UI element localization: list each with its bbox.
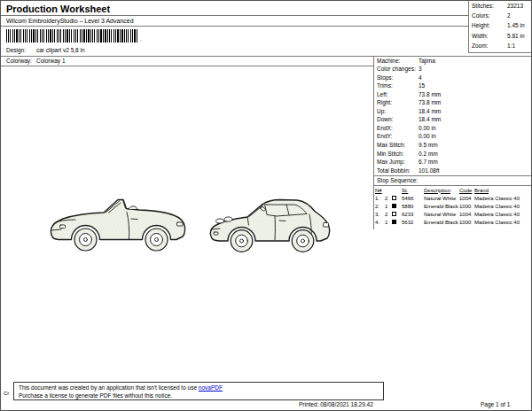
info-label: Down:: [377, 116, 419, 122]
barcode-mark: ,: [140, 36, 142, 42]
stitch-count: 6233: [402, 212, 424, 217]
info-value: 73.8 mm: [419, 91, 441, 97]
machine-info-row: Total Bobbin:101.08ft: [377, 167, 529, 176]
divider: [468, 1, 469, 52]
stop-sequence-row: 3. 2 6233 Natural White 1004 Madeira Cla…: [375, 210, 531, 218]
machine-info-row: Down:18.4 mm: [377, 116, 529, 125]
thread-description: Natural White: [424, 196, 459, 201]
summary-label: Colors:: [472, 12, 507, 19]
machine-info-row: Up:18.4 mm: [377, 108, 529, 117]
summary-value: 1.45 in: [507, 22, 525, 28]
truncated-footer-text: Cr: [4, 391, 9, 396]
summary-value: 23213: [507, 3, 523, 9]
machine-info-row: Trims:15: [377, 82, 529, 91]
info-label: Max Jump:: [377, 159, 419, 165]
info-label: Max Stitch:: [377, 142, 419, 148]
machine-info-row: Right:73.8 mm: [377, 99, 529, 108]
summary-row-stitches: Stitches: 23213: [472, 3, 532, 12]
summary-value: 1:1: [507, 43, 515, 49]
stop-number: 4.: [375, 220, 385, 225]
thread-swatch: [392, 196, 396, 200]
divider: [373, 56, 374, 229]
thread-swatch: [392, 220, 396, 224]
machine-info-row: Left:73.8 mm: [377, 91, 529, 100]
info-label: Left:: [377, 91, 419, 97]
notice-line-1: This document was created by an applicat…: [19, 384, 383, 392]
novapdf-notice-box: This document was created by an applicat…: [13, 382, 384, 400]
page-title: Production Worksheet: [6, 4, 110, 14]
stop-number: 1.: [375, 196, 385, 201]
info-value: 0.2 mm: [419, 151, 438, 157]
stop-sequence-title: Stop Sequence:: [377, 177, 418, 183]
app-subtitle: Wilcom EmbroideryStudio – Level 3 Advanc…: [6, 18, 134, 24]
page-number: Page 1 of 1: [481, 401, 510, 407]
machine-info-row: EndY:0.00 in: [377, 133, 529, 142]
stitch-count: 5632: [402, 220, 424, 225]
info-label: Machine:: [377, 58, 419, 64]
info-value: 73.8 mm: [419, 99, 441, 105]
col-header: Code: [459, 188, 474, 193]
thread-description: Emerald Black: [424, 204, 459, 209]
col-header: Description: [424, 188, 459, 193]
info-value: Tajima: [419, 58, 435, 64]
info-value: 3: [419, 66, 422, 72]
machine-info-row: Max Jump:6.7 mm: [377, 159, 529, 167]
summary-row-zoom: Zoom: 1:1: [472, 43, 532, 52]
thread-brand: Madeira Classic 40: [474, 212, 531, 217]
info-label: EndY:: [377, 133, 419, 139]
design-value: car clipart v2 5,8 in: [36, 47, 85, 53]
summary-value: 2: [507, 12, 511, 19]
info-value: 18.4 mm: [419, 116, 441, 122]
col-header: Brand: [474, 188, 531, 193]
info-value: 18.4 mm: [419, 108, 441, 114]
summary-label: Height:: [472, 22, 507, 28]
summary-row-width: Width: 5.81 in: [472, 33, 532, 43]
divider: [1, 66, 373, 66]
info-value: 4: [419, 74, 422, 81]
info-value: 6.7 mm: [419, 159, 438, 165]
info-label: Total Bobbin:: [377, 167, 419, 174]
info-value: 101.08ft: [419, 167, 440, 174]
info-value: 9.5 mm: [419, 142, 438, 148]
machine-info-row: Stops:4: [377, 74, 529, 83]
summary-label: Stitches:: [472, 3, 507, 9]
info-value: 15: [419, 82, 425, 89]
thread-code: 1000: [459, 220, 474, 225]
stop-sequence-row: 2. 1 5880 Emerald Black 1000 Madeira Cla…: [375, 202, 531, 210]
thread-code: 1000: [459, 204, 474, 209]
colorway-value: Colorway 1: [36, 58, 66, 64]
car-clipart-illustration: [43, 181, 340, 274]
info-label: Stops:: [377, 74, 419, 81]
machine-info-row: EndX:0.00 in: [377, 125, 529, 134]
notice-line-2: Purchase a license to generate PDF files…: [19, 392, 383, 399]
needle-count: 1: [385, 204, 392, 209]
thread-code: 1004: [459, 196, 474, 201]
info-label: EndX:: [377, 125, 419, 131]
needle-count: 2: [385, 196, 392, 201]
design-label: Design:: [6, 47, 26, 53]
novapdf-link[interactable]: novaPDF: [199, 384, 223, 391]
thread-swatch: [392, 212, 396, 216]
info-label: Min Stitch:: [377, 151, 419, 157]
thread-description: Emerald Black: [424, 220, 459, 225]
thread-code: 1004: [459, 212, 474, 217]
stop-sequence-header: N# St. Description Code Brand: [375, 186, 531, 194]
coupe-car: [210, 200, 329, 252]
col-header: St.: [402, 188, 424, 193]
production-worksheet-page: Production Worksheet Wilcom EmbroiderySt…: [0, 0, 532, 411]
design-barcode: [6, 29, 137, 43]
machine-info-row: Min Stitch:0.2 mm: [377, 151, 529, 159]
machine-info-row: Machine:Tajima: [377, 58, 529, 66]
info-value: 0.00 in: [419, 125, 436, 131]
summary-label: Width:: [472, 33, 507, 39]
summary-row-colors: Colors: 2: [472, 12, 532, 22]
summary-value: 5.81 in: [507, 33, 525, 39]
stop-sequence-row: 4. 1 5632 Emerald Black 1000 Madeira Cla…: [375, 218, 531, 226]
summary-label: Zoom:: [472, 43, 507, 49]
machine-info-row: Color changes:3: [377, 66, 529, 74]
needle-count: 1: [385, 220, 392, 225]
thread-brand: Madeira Classic 40: [474, 196, 531, 201]
info-label: Up:: [377, 108, 419, 114]
thread-swatch: [392, 204, 396, 208]
colorway-label: Colorway:: [6, 58, 32, 64]
